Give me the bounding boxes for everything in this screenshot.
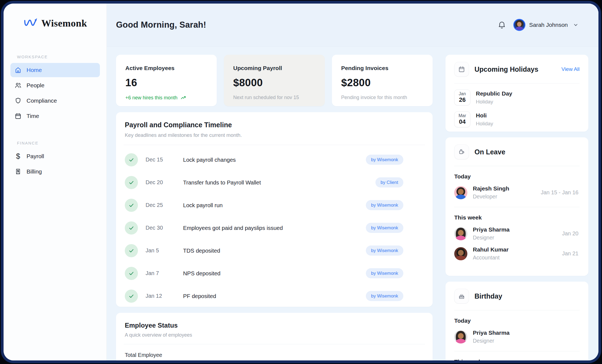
avatar: [454, 247, 467, 260]
calendar-icon: [454, 62, 469, 77]
leave-person-row: Rajesh Singh Developer Jan 15 - Jan 16: [454, 185, 580, 200]
timeline-task: NPS deposited: [183, 270, 221, 277]
calendar-icon: [14, 112, 22, 120]
sidebar-item-billing[interactable]: Billing: [10, 164, 100, 179]
sidebar-item-label: Payroll: [27, 153, 44, 160]
timeline-task: Transfer funds to Payroll Wallet: [183, 179, 261, 186]
person-name: Rajesh Singh: [473, 185, 509, 192]
timeline-title: Payroll and Compliance Timeline: [125, 121, 424, 129]
dollar-icon: $: [14, 152, 22, 160]
sidebar-item-people[interactable]: People: [10, 78, 100, 93]
timeline-task: Employees got paid and payslips issued: [183, 225, 283, 231]
holiday-day: 04: [459, 118, 465, 125]
check-circle-icon: [125, 153, 138, 166]
check-circle-icon: [125, 290, 138, 303]
owner-badge: by Wisemonk: [366, 268, 403, 278]
timeline-row: Jan 7 NPS deposited by Wisemonk: [125, 262, 424, 285]
divider: [124, 145, 425, 145]
wisemonk-logo-icon: [24, 17, 38, 29]
divider: [124, 344, 425, 344]
sidebar-item-time[interactable]: Time: [10, 109, 100, 123]
stat-title: Pending Invoices: [341, 65, 423, 71]
check-circle-icon: [125, 221, 138, 235]
stat-title: Upcoming Payroll: [233, 65, 315, 71]
birthday-header: Birthday: [454, 289, 580, 304]
timeline-date: Dec 30: [146, 225, 183, 231]
avatar: [454, 186, 467, 199]
sidebar-item-label: Home: [27, 67, 42, 73]
this-week-label: This week: [454, 359, 580, 360]
sidebar-item-payroll[interactable]: $ Payroll: [10, 149, 100, 163]
check-circle-icon: [125, 176, 138, 189]
sidebar-item-home[interactable]: Home: [10, 63, 100, 77]
content: Active Employees 16 +6 new hires this mo…: [107, 47, 598, 360]
upcoming-holidays-card: Upcoming Holidays View All Jan 26 Republ…: [445, 55, 588, 132]
receipt-icon: [14, 168, 22, 175]
holiday-name: Holi: [476, 112, 493, 119]
stats-row: Active Employees 16 +6 new hires this mo…: [116, 55, 433, 106]
on-leave-card: On Leave Today Rajesh Singh Developer Ja…: [445, 137, 588, 276]
check-circle-icon: [125, 267, 138, 280]
employee-status-subtitle: A quick overview of employees: [125, 332, 424, 338]
coffee-mug-icon: [454, 145, 469, 159]
holiday-type: Holiday: [476, 99, 512, 105]
timeline-date: Jan 5: [146, 247, 183, 254]
timeline-row: Jan 5 TDS deposited by Wisemonk: [125, 239, 424, 262]
sidebar-item-compliance[interactable]: Compliance: [10, 94, 100, 108]
birthday-person-row: Priya Sharma Designer: [454, 330, 580, 344]
sidebar-section-workspace: WORKSPACE: [17, 54, 106, 59]
bell-icon[interactable]: [497, 21, 506, 29]
avatar: [454, 227, 467, 240]
brand-logo: Wisemonk: [4, 17, 106, 29]
on-leave-header: On Leave: [454, 145, 580, 159]
timeline-card: Payroll and Compliance Timeline Key dead…: [116, 112, 433, 307]
timeline-date: Jan 7: [146, 270, 183, 276]
today-label: Today: [454, 317, 580, 324]
topbar-actions: Sarah Johnson: [497, 19, 579, 31]
holiday-name: Republic Day: [476, 90, 512, 97]
holiday-date-box: Mar 04: [454, 111, 470, 127]
sidebar: Wisemonk WORKSPACE Home: [4, 4, 107, 360]
workspace-nav: Home People: [4, 63, 106, 123]
leave-dates: Jan 15 - Jan 16: [541, 189, 578, 196]
on-leave-title: On Leave: [474, 148, 580, 156]
divider: [454, 83, 580, 83]
divider: [454, 207, 580, 207]
timeline-date: Dec 15: [146, 157, 183, 163]
divider: [454, 310, 580, 310]
holiday-row: Mar 04 Holi Holiday: [454, 111, 580, 127]
stat-note: +6 new hires this month: [125, 95, 207, 101]
home-icon: [14, 66, 22, 74]
right-column: Upcoming Holidays View All Jan 26 Republ…: [445, 55, 588, 360]
stat-value: $8000: [233, 77, 315, 89]
timeline-task: Lock payroll changes: [183, 157, 236, 163]
people-icon: [14, 82, 22, 89]
user-name: Sarah Johnson: [529, 22, 568, 28]
stat-value: 16: [125, 77, 207, 89]
leave-dates: Jan 21: [562, 250, 578, 257]
person-role: Accountant: [473, 255, 509, 261]
timeline-row: Dec 20 Transfer funds to Payroll Wallet …: [125, 171, 424, 194]
holiday-type: Holiday: [476, 121, 493, 127]
user-menu[interactable]: Sarah Johnson: [513, 19, 579, 31]
this-week-label: This week: [454, 214, 580, 221]
sidebar-item-label: Billing: [27, 168, 42, 175]
finance-nav: $ Payroll Billing: [4, 149, 106, 179]
person-role: Developer: [473, 193, 509, 200]
stat-value: $2800: [341, 77, 423, 89]
view-all-link[interactable]: View All: [562, 66, 580, 72]
timeline-rows: Dec 15 Lock payroll changes by Wisemonk …: [125, 148, 424, 307]
chevron-down-icon: [573, 22, 579, 28]
timeline-task: PF deposited: [183, 293, 216, 299]
total-employee-label: Total Employee: [125, 352, 424, 358]
holidays-header: Upcoming Holidays View All: [454, 62, 580, 77]
holiday-date-box: Jan 26: [454, 89, 470, 105]
timeline-date: Dec 20: [146, 179, 183, 186]
left-column: Active Employees 16 +6 new hires this mo…: [116, 55, 433, 360]
timeline-row: Dec 25 Lock payroll run by Wisemonk: [125, 194, 424, 216]
timeline-row: Dec 15 Lock payroll changes by Wisemonk: [125, 148, 424, 171]
check-circle-icon: [125, 244, 138, 257]
person-role: Designer: [473, 235, 510, 241]
leave-dates: Jan 20: [562, 230, 578, 237]
timeline-row: Jan 12 PF deposited by Wisemonk: [125, 285, 424, 307]
